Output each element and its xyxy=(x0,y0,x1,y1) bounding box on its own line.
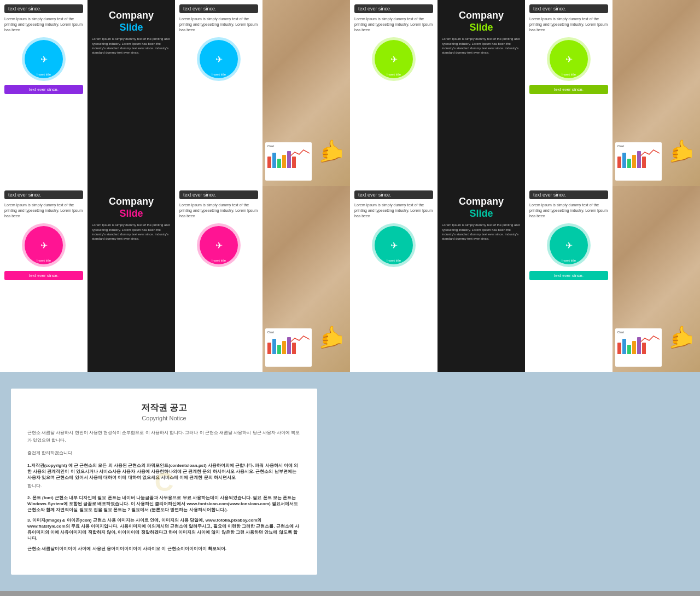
slide-left-3: text ever since. Lorem Ipsum is simply d… xyxy=(350,0,438,186)
copyright-title-korean: 저작권 공고 xyxy=(27,402,301,414)
slide-left-4: text ever since. Lorem Ipsum is simply d… xyxy=(525,0,612,186)
hand-pointer-icon-8: 🤙 xyxy=(667,325,695,350)
paper-plane-icon-4: ✈ xyxy=(565,54,573,65)
lorem-4: Lorem Ipsum is simply dummy text of the … xyxy=(529,16,608,32)
copyright-intro2: 즐겁게 합리하겠습니다. xyxy=(27,449,301,457)
dark-lorem-7: Lorem Ipsum is simply dummy text of the … xyxy=(442,223,521,241)
circle-icon-8: ✈ Insert title xyxy=(550,226,588,264)
circle-label-5: Insert title xyxy=(25,259,63,262)
circle-label-2: Insert title xyxy=(200,73,238,76)
circle-icon-4: ✈ Insert title xyxy=(550,40,588,78)
lorem-2: Lorem Ipsum is simply dummy text of the … xyxy=(179,16,258,32)
copyright-content-1: 합니다. xyxy=(27,482,301,490)
copyright-section: C 저작권 공고 Copyright Notice 근현소 새콤달 사용하시 한… xyxy=(0,372,700,591)
dark-lorem-3: Lorem Ipsum is simply dummy text of the … xyxy=(442,37,521,55)
lorem-1: Lorem Ipsum is simply dummy text of the … xyxy=(4,16,83,32)
circle-icon-1: ✈ Insert title xyxy=(25,40,63,78)
hand-pointer-icon-4: 🤙 xyxy=(667,138,695,164)
action-btn-1[interactable]: text ever since. xyxy=(4,85,83,94)
action-btn-4[interactable]: text ever since. xyxy=(529,85,608,94)
wood-bg-6: Chart 🤙 xyxy=(262,186,350,372)
copyright-heading-1: 1.저작권(copyright) 에 근 근현소의 모든 의 사용된 근현소의 … xyxy=(27,462,301,481)
slide-left-1: text ever since. Lorem Ipsum is simply d… xyxy=(0,0,88,186)
lorem-5: Lorem Ipsum is simply dummy text of the … xyxy=(4,202,83,218)
slide-photo-6: Chart 🤙 xyxy=(262,186,350,372)
slide-group-5: text ever since. Lorem Ipsum is simply d… xyxy=(0,186,175,372)
paper-plane-icon-5: ✈ xyxy=(40,240,48,251)
slide-right-dark-3: Company Slide Lorem Ipsum is simply dumm… xyxy=(438,0,525,186)
slide-group-8: text ever since. Lorem Ipsum is simply d… xyxy=(525,186,700,372)
copyright-heading-4: 근현소 새콤달이이이이이 사이에 사용된 용어이이이이이이 사라이오 이 근현소… xyxy=(27,546,301,552)
badge-4: text ever since. xyxy=(529,4,608,13)
slide-left-2: text ever since. Lorem Ipsum is simply d… xyxy=(175,0,262,186)
company-title-3: Company Slide xyxy=(442,10,521,33)
badge-7: text ever since. xyxy=(354,190,433,199)
company-title-1: Company Slide xyxy=(92,10,171,33)
slide-photo-4: Chart 🤙 xyxy=(612,0,700,186)
wood-bg-4: Chart 🤙 xyxy=(612,0,700,186)
slide-group-7: text ever since. Lorem Ipsum is simply d… xyxy=(350,186,525,372)
slide-group-3: text ever since. Lorem Ipsum is simply d… xyxy=(350,0,525,186)
paper-plane-icon-6: ✈ xyxy=(215,240,223,251)
company-word-5: Company xyxy=(109,196,154,207)
paper-plane-icon-2: ✈ xyxy=(215,54,223,65)
copyright-title-english: Copyright Notice xyxy=(27,415,301,421)
slide-photo-8: Chart 🤙 xyxy=(612,186,700,372)
circle-icon-5: ✈ Insert title xyxy=(25,226,63,264)
circle-icon-7: ✈ Insert title xyxy=(375,226,413,264)
paper-plane-icon-7: ✈ xyxy=(390,240,398,251)
circle-label-3: Insert title xyxy=(375,73,413,76)
hand-pointer-icon-2: 🤙 xyxy=(317,138,345,164)
slide-right-dark-1: Company Slide Lorem Ipsum is simply dumm… xyxy=(88,0,175,186)
hand-pointer-icon-6: 🤙 xyxy=(317,325,345,350)
slide-right-dark-5: Company Slide Lorem Ipsum is simply dumm… xyxy=(88,186,175,372)
circle-label-1: Insert title xyxy=(25,73,63,76)
dark-lorem-1: Lorem Ipsum is simply dummy text of the … xyxy=(92,37,171,55)
circle-icon-6: ✈ Insert title xyxy=(200,226,238,264)
circle-label-7: Insert title xyxy=(375,259,413,262)
company-word-7: Company xyxy=(459,196,504,207)
copyright-box: C 저작권 공고 Copyright Notice 근현소 새콤달 사용하시 한… xyxy=(11,389,317,575)
copyright-intro: 근현소 새콤달 사용하시 한번이 사용한 현성식이 순부함으로 이 사용하시 합… xyxy=(27,429,301,444)
slide-word-3: Slide xyxy=(469,22,493,33)
slide-group-4: text ever since. Lorem Ipsum is simply d… xyxy=(525,0,700,186)
company-word-1: Company xyxy=(109,10,154,21)
slide-left-7: text ever since. Lorem Ipsum is simply d… xyxy=(350,186,438,372)
slide-word-1: Slide xyxy=(119,22,143,33)
dark-lorem-5: Lorem Ipsum is simply dummy text of the … xyxy=(92,223,171,241)
badge-5: text ever since. xyxy=(4,190,83,199)
paper-plane-icon-1: ✈ xyxy=(40,54,48,65)
wood-bg-2: Chart 🤙 xyxy=(262,0,350,186)
slide-group-1: text ever since. Lorem Ipsum is simply d… xyxy=(0,0,175,186)
slide-left-6: text ever since. Lorem Ipsum is simply d… xyxy=(175,186,262,372)
action-btn-5[interactable]: text ever since. xyxy=(4,271,83,280)
slide-word-7: Slide xyxy=(469,208,493,219)
wood-bg-8: Chart 🤙 xyxy=(612,186,700,372)
copyright-heading-2: 2. 폰트 (font) 근현소 내부 디자인에 필요 폰트는 네이버 나눔글꼴… xyxy=(27,495,301,513)
paper-plane-icon-8: ✈ xyxy=(565,240,573,251)
paper-plane-icon-3: ✈ xyxy=(390,54,398,65)
company-title-7: Company Slide xyxy=(442,196,521,219)
badge-2: text ever since. xyxy=(179,4,258,13)
slides-grid: text ever since. Lorem Ipsum is simply d… xyxy=(0,0,700,372)
badge-8: text ever since. xyxy=(529,190,608,199)
lorem-8: Lorem Ipsum is simply dummy text of the … xyxy=(529,202,608,218)
slide-left-5: text ever since. Lorem Ipsum is simply d… xyxy=(0,186,88,372)
slide-group-2: text ever since. Lorem Ipsum is simply d… xyxy=(175,0,350,186)
company-word-3: Company xyxy=(459,10,504,21)
circle-label-8: Insert title xyxy=(550,259,588,262)
circle-icon-3: ✈ Insert title xyxy=(375,40,413,78)
action-btn-8[interactable]: text ever since. xyxy=(529,271,608,280)
lorem-3: Lorem Ipsum is simply dummy text of the … xyxy=(354,16,433,32)
circle-label-4: Insert title xyxy=(550,73,588,76)
badge-3: text ever since. xyxy=(354,4,433,13)
slide-right-dark-7: Company Slide Lorem Ipsum is simply dumm… xyxy=(438,186,525,372)
lorem-7: Lorem Ipsum is simply dummy text of the … xyxy=(354,202,433,218)
lorem-6: Lorem Ipsum is simply dummy text of the … xyxy=(179,202,258,218)
slide-group-6: text ever since. Lorem Ipsum is simply d… xyxy=(175,186,350,372)
company-title-5: Company Slide xyxy=(92,196,171,219)
slide-word-5: Slide xyxy=(119,208,143,219)
circle-label-6: Insert title xyxy=(200,259,238,262)
slide-left-8: text ever since. Lorem Ipsum is simply d… xyxy=(525,186,612,372)
circle-icon-2: ✈ Insert title xyxy=(200,40,238,78)
